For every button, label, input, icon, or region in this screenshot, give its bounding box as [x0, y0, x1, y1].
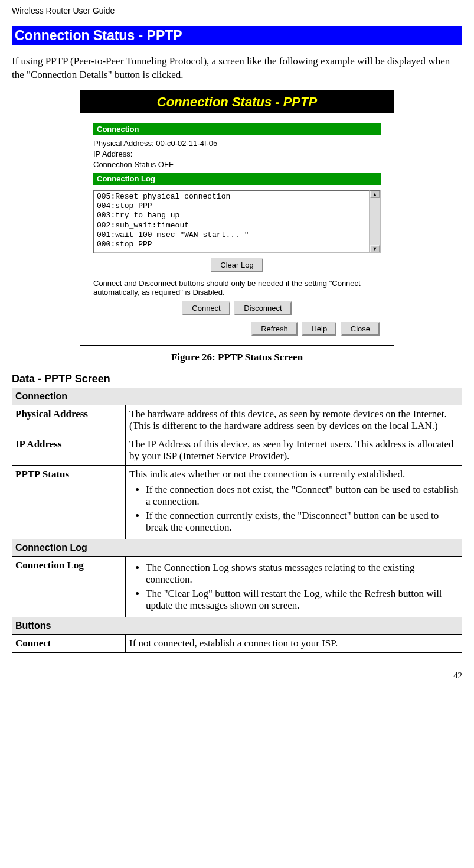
ip-address-row: IP Address:: [93, 149, 381, 158]
data-section-heading: Data - PPTP Screen: [12, 373, 462, 385]
row-label-pptp-status: PPTP Status: [12, 465, 126, 539]
connection-status-label: Connection Status: [93, 160, 156, 169]
list-item: The Connection Log shows status messages…: [146, 562, 459, 586]
screenshot-titlebar: Connection Status - PPTP: [80, 91, 394, 113]
pptp-status-bullets: If the connection does not exist, the "C…: [129, 484, 459, 534]
page-number: 42: [12, 671, 462, 681]
row-label-connect: Connect: [12, 634, 126, 652]
screenshot-title-text: Connection Status - PPTP: [157, 95, 317, 109]
figure-caption: Figure 26: PPTP Status Screen: [12, 352, 462, 363]
screenshot-figure: Connection Status - PPTP Connection Phys…: [12, 90, 462, 346]
row-label-ip-address: IP Address: [12, 435, 126, 465]
physical-address-label: Physical Address:: [93, 139, 154, 148]
scrollbar[interactable]: [370, 190, 381, 253]
connection-log-bullets: The Connection Log shows status messages…: [129, 562, 459, 612]
connection-status-value: OFF: [158, 160, 174, 169]
list-item: If the connection does not exist, the "C…: [146, 484, 459, 508]
list-item: If the connection currently exists, the …: [146, 510, 459, 534]
table-row: Connection Log The Connection Log shows …: [12, 556, 462, 617]
list-item: The "Clear Log" button will restart the …: [146, 588, 459, 612]
clear-log-row: Clear Log: [93, 257, 381, 273]
refresh-button[interactable]: Refresh: [251, 322, 298, 336]
connect-button[interactable]: Connect: [182, 301, 230, 315]
table-section-buttons: Buttons: [12, 617, 462, 634]
row-desc-connect: If not connected, establish a connection…: [126, 634, 463, 652]
connect-disconnect-row: Connect Disconnect: [93, 300, 381, 316]
table-row: PPTP Status This indicates whether or no…: [12, 465, 462, 539]
row-desc-physical-address: The hardware address of this device, as …: [126, 405, 463, 435]
connect-note: Connect and Disconnect buttons should on…: [93, 279, 381, 297]
log-line: 002:sub_wait:timeout: [97, 221, 367, 230]
section-header-connection: Connection: [93, 123, 381, 135]
log-line: 000:stop PPP: [97, 240, 367, 249]
section-header-connection-log: Connection Log: [93, 173, 381, 185]
clear-log-button[interactable]: Clear Log: [211, 258, 263, 272]
page: Wireless Router User Guide Connection St…: [0, 6, 474, 693]
log-line: 004:stop PPP: [97, 201, 367, 211]
disconnect-button[interactable]: Disconnect: [234, 301, 291, 315]
log-line: 005:Reset physical connection: [97, 192, 367, 201]
row-desc-connection-log: The Connection Log shows status messages…: [126, 556, 463, 617]
table-section-connection-log: Connection Log: [12, 539, 462, 556]
table-row: Connect If not connected, establish a co…: [12, 634, 462, 652]
row-desc-ip-address: The IP Address of this device, as seen b…: [126, 435, 463, 465]
bottom-button-row: Refresh Help Close: [93, 321, 381, 337]
connection-status-row: Connection Status OFF: [93, 160, 381, 169]
table-section-connection: Connection: [12, 388, 462, 405]
help-button[interactable]: Help: [302, 322, 336, 336]
physical-address-row: Physical Address: 00-c0-02-11-4f-05: [93, 139, 381, 148]
ip-address-label: IP Address:: [93, 149, 132, 158]
table-row: IP Address The IP Address of this device…: [12, 435, 462, 465]
running-header: Wireless Router User Guide: [12, 6, 462, 15]
row-label-physical-address: Physical Address: [12, 405, 126, 435]
screenshot-body: Connection Physical Address: 00-c0-02-11…: [80, 113, 394, 345]
table-row: Physical Address The hardware address of…: [12, 405, 462, 435]
physical-address-value: 00-c0-02-11-4f-05: [156, 139, 217, 148]
log-line: 001:wait 100 msec "WAN start... ": [97, 230, 367, 240]
log-line: 003:try to hang up: [97, 211, 367, 220]
row-desc-pptp-status: This indicates whether or not the connec…: [126, 465, 463, 539]
connection-log-textarea[interactable]: 005:Reset physical connection 004:stop P…: [93, 190, 370, 253]
close-button[interactable]: Close: [341, 322, 380, 336]
log-area: 005:Reset physical connection 004:stop P…: [93, 190, 381, 253]
screenshot-window: Connection Status - PPTP Connection Phys…: [80, 90, 394, 346]
data-table: Connection Physical Address The hardware…: [12, 388, 462, 653]
intro-paragraph: If using PPTP (Peer-to-Peer Tunneling Pr…: [12, 55, 462, 82]
row-label-connection-log: Connection Log: [12, 556, 126, 617]
page-title: Connection Status - PPTP: [12, 26, 462, 45]
pptp-status-intro: This indicates whether or not the connec…: [129, 469, 405, 480]
